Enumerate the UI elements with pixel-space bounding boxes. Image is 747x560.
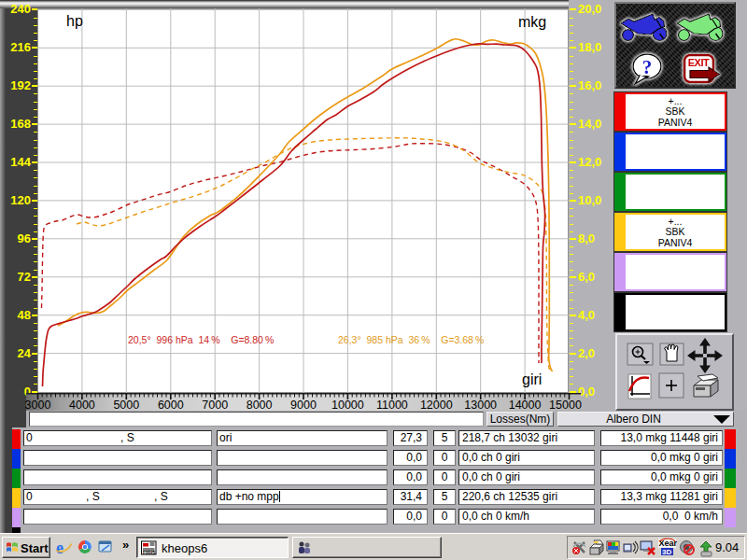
svg-text:e: e bbox=[56, 539, 63, 555]
svg-text:?: ? bbox=[642, 56, 653, 78]
svg-text:EXIT: EXIT bbox=[688, 57, 710, 68]
svg-text:9.04: 9.04 bbox=[715, 540, 739, 554]
svg-text:FIXHS: FIXHS bbox=[143, 551, 155, 555]
svg-text:3D: 3D bbox=[662, 548, 671, 556]
